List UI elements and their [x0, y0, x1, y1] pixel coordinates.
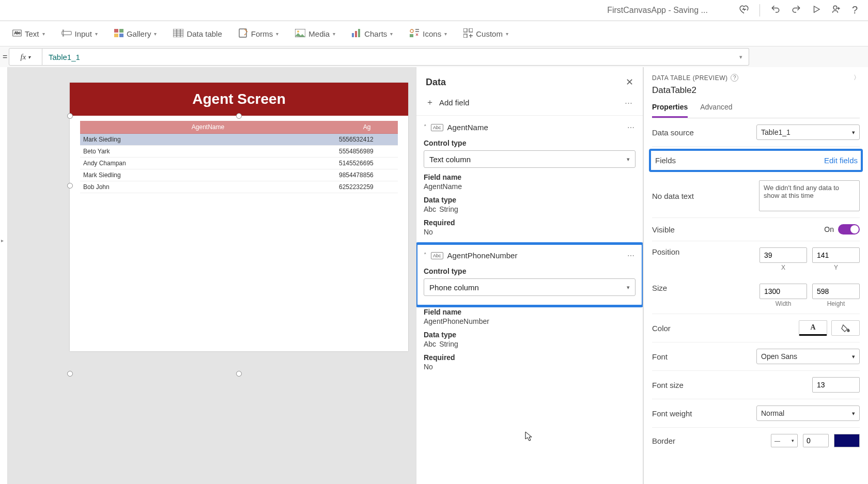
close-icon[interactable]: ✕ [626, 76, 633, 88]
forms-icon [239, 28, 248, 39]
properties-pane: DATA TABLE (PREVIEW) ? 〉 DataTable2 Prop… [643, 67, 868, 484]
fx-button[interactable]: fx▾ [9, 48, 42, 66]
left-rail: ▸ [0, 67, 8, 484]
field-header[interactable]: ˄ Abc AgentName ⋯ [424, 121, 636, 134]
equals-label: = [3, 52, 9, 61]
visible-toggle[interactable] [838, 224, 860, 235]
svg-rect-9 [119, 34, 123, 37]
properties-header: DATA TABLE (PREVIEW) [652, 74, 727, 82]
ribbon-gallery[interactable]: Gallery▾ [114, 29, 157, 39]
chevron-down-icon: ▾ [95, 31, 98, 37]
font-color-button[interactable]: A [799, 320, 827, 336]
control-type-select[interactable]: Text column ▾ [424, 150, 636, 168]
ribbon-text[interactable]: Abc Text▾ [12, 29, 45, 38]
nodata-label: No data text [652, 192, 694, 200]
resize-handle[interactable] [67, 183, 73, 189]
ribbon-input[interactable]: Input▾ [61, 29, 98, 39]
canvas-area[interactable]: Agent Screen AgentName Ag Mark Siedling5… [8, 67, 416, 484]
chevron-down-icon: ▾ [333, 31, 335, 37]
position-label: Position [652, 247, 679, 256]
svg-rect-8 [114, 34, 118, 37]
border-width-input[interactable] [803, 434, 829, 447]
ribbon-charts[interactable]: Charts▾ [352, 29, 393, 39]
position-x-input[interactable] [760, 247, 807, 263]
tab-advanced[interactable]: Advanced [700, 100, 732, 118]
chevron-up-icon[interactable]: ˄ [424, 252, 427, 259]
table-row[interactable]: Mark Siedling9854478856 [80, 169, 398, 181]
ribbon-media[interactable]: Media▾ [295, 29, 335, 39]
field-agentphonenumber-cont: Field name AgentPhoneNumber Data type Ab… [416, 306, 643, 378]
expand-formula-icon[interactable]: ▾ [739, 54, 742, 60]
resize-handle[interactable] [67, 113, 73, 119]
chevron-down-icon: ▾ [627, 284, 630, 291]
share-icon[interactable] [831, 4, 842, 16]
ribbon-forms[interactable]: Forms▾ [239, 28, 279, 39]
help-icon[interactable]: ? [731, 74, 738, 82]
screen-title: Agent Screen [70, 83, 408, 116]
help-icon[interactable]: ? [852, 4, 858, 16]
formula-input[interactable]: Table1_1 ▾ [42, 48, 749, 66]
datatable-icon [173, 29, 183, 39]
field-name-label: Field name [424, 308, 636, 316]
svg-rect-24 [463, 28, 467, 32]
font-select[interactable]: Open Sans ▾ [756, 349, 860, 364]
position-y-input[interactable] [812, 247, 860, 263]
svg-rect-20 [355, 31, 357, 37]
fontweight-select[interactable]: Normal ▾ [756, 405, 860, 421]
charts-icon [352, 29, 361, 39]
redo-icon[interactable] [791, 4, 801, 16]
abc-icon: Abc [424, 340, 436, 348]
chevron-down-icon: ▾ [852, 410, 855, 417]
table-row[interactable]: Bob John6252232259 [80, 181, 398, 193]
column-header[interactable]: Ag [336, 121, 398, 134]
play-icon[interactable] [812, 5, 821, 15]
app-title: FirstCanvasApp - Saving ... [607, 6, 708, 15]
required-label: Required [424, 218, 636, 227]
ribbon-datatable[interactable]: Data table [173, 29, 222, 39]
table-row[interactable]: Beto Yark5554856989 [80, 146, 398, 158]
border-style-select[interactable]: —▾ [771, 434, 798, 447]
column-header[interactable]: AgentName [80, 121, 336, 134]
control-type-label: Control type [424, 139, 636, 147]
datasource-select[interactable]: Table1_1 ▾ [756, 124, 860, 140]
chevron-down-icon: ▾ [627, 156, 630, 163]
custom-icon [463, 28, 473, 39]
data-table-control[interactable]: AgentName Ag Mark Siedling5556532412 Bet… [70, 116, 408, 198]
more-icon[interactable]: ⋯ [627, 123, 636, 132]
size-width-input[interactable] [760, 284, 807, 299]
resize-handle[interactable] [236, 371, 242, 377]
tab-properties[interactable]: Properties [652, 100, 688, 118]
abc-icon: Abc [431, 252, 443, 259]
label-icon: Abc [12, 29, 22, 38]
border-color-button[interactable] [834, 434, 860, 447]
health-icon[interactable] [739, 4, 749, 16]
size-height-input[interactable] [812, 284, 860, 299]
fill-color-button[interactable] [831, 320, 860, 336]
table-row[interactable]: Andy Champan5145526695 [80, 158, 398, 169]
abc-icon: Abc [431, 124, 443, 131]
field-name-value: AgentPhoneNumber [424, 317, 636, 325]
canvas-screen[interactable]: Agent Screen AgentName Ag Mark Siedling5… [70, 83, 408, 351]
chevron-up-icon[interactable]: ˄ [424, 124, 427, 131]
more-icon[interactable]: ⋯ [625, 98, 633, 107]
more-icon[interactable]: ⋯ [627, 252, 636, 260]
resize-handle[interactable] [236, 113, 242, 119]
field-header[interactable]: ˄ Abc AgentPhoneNumber ⋯ [424, 249, 636, 262]
chevron-down-icon: ▾ [42, 31, 45, 37]
edit-fields-link[interactable]: Edit fields [824, 156, 858, 165]
resize-handle[interactable] [67, 371, 73, 377]
left-expand-handle[interactable]: ▸ [1, 238, 4, 243]
color-label: Color [652, 324, 671, 333]
ribbon-icons[interactable]: Icons▾ [409, 28, 447, 39]
visible-value: On [824, 225, 834, 233]
control-type-select[interactable]: Phone column ▾ [424, 278, 636, 296]
ribbon-custom[interactable]: Custom▾ [463, 28, 508, 39]
fontsize-input[interactable] [812, 377, 860, 393]
control-name: DataTable2 [652, 85, 860, 96]
size-label: Size [652, 284, 667, 292]
table-row[interactable]: Mark Siedling5556532412 [80, 134, 398, 146]
nodata-text-input[interactable]: We didn't find any data to show at this … [759, 180, 860, 211]
undo-icon[interactable] [770, 4, 781, 16]
expand-icon[interactable]: 〉 [854, 73, 860, 82]
add-field-button[interactable]: ＋ Add field ⋯ [416, 93, 643, 116]
